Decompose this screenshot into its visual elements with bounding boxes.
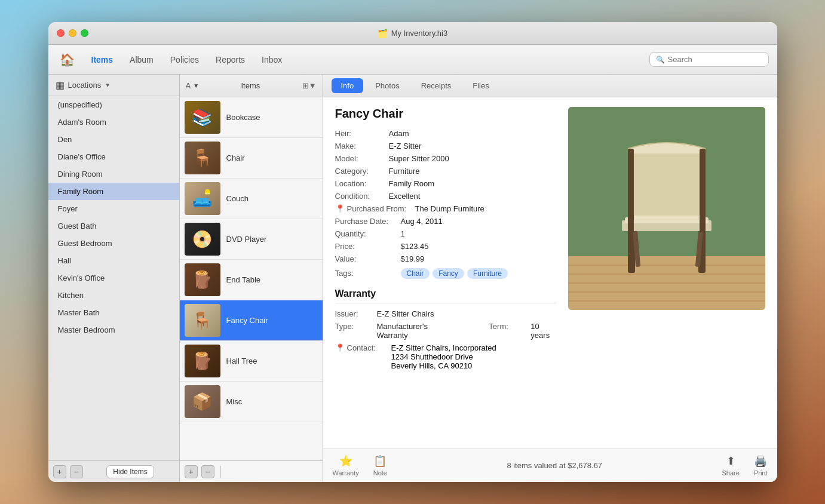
sidebar-item-guest-bedroom[interactable]: Guest Bedroom — [48, 235, 179, 252]
nav-inbox[interactable]: Inbox — [253, 53, 290, 67]
category-row: Category: Furniture — [335, 167, 556, 176]
share-action-button[interactable]: ⬆ Share — [722, 454, 740, 477]
sidebar-locations-header[interactable]: ▦ Locations ▼ — [48, 75, 179, 96]
window-icon: 🗂️ — [378, 29, 388, 38]
tab-receipts[interactable]: Receipts — [412, 78, 461, 93]
item-title: Fancy Chair — [335, 107, 556, 121]
nav-reports[interactable]: Reports — [207, 53, 253, 67]
heir-value: Adam — [389, 129, 409, 138]
print-action-button[interactable]: 🖨️ Print — [754, 454, 768, 477]
heir-label: Heir: — [335, 129, 389, 138]
hide-items-button[interactable]: Hide Items — [106, 465, 154, 478]
value-label: Value: — [335, 254, 401, 263]
item-thumb-halltree: 🪵 — [185, 345, 220, 377]
item-row-dvd[interactable]: 📀 DVD Player — [180, 219, 323, 260]
detail-panel: Info Photos Receipts Files Fancy Chair H… — [323, 75, 777, 482]
sidebar-item-dianes-office[interactable]: Diane's Office — [48, 148, 179, 165]
search-input[interactable] — [668, 55, 762, 64]
warranty-issuer-row: Issuer: E-Z Sitter Chairs — [335, 309, 556, 318]
sidebar-item-master-bath[interactable]: Master Bath — [48, 304, 179, 321]
item-row-halltree[interactable]: 🪵 Hall Tree — [180, 341, 323, 382]
item-row-fancychair[interactable]: 🪑 Fancy Chair — [180, 300, 323, 341]
item-row-chair[interactable]: 🪑 Chair — [180, 138, 323, 179]
sidebar-item-unspecified[interactable]: (unspecified) — [48, 96, 179, 113]
model-value: Super Sitter 2000 — [389, 154, 449, 163]
warranty-action-button[interactable]: ⭐ Warranty — [333, 454, 359, 477]
quantity-value: 1 — [401, 229, 405, 238]
make-label: Make: — [335, 142, 389, 150]
sidebar-item-dining-room[interactable]: Dining Room — [48, 165, 179, 183]
nav-items[interactable]: Items — [83, 53, 122, 67]
detail-footer-right-actions: ⬆ Share 🖨️ Print — [722, 454, 768, 477]
sidebar-item-den[interactable]: Den — [48, 131, 179, 148]
toolbar: 🏠 Items Album Policies Reports Inbox 🔍 — [48, 45, 777, 75]
share-action-label: Share — [722, 469, 740, 477]
item-row-misc[interactable]: 📦 Misc — [180, 382, 323, 422]
sidebar-item-guest-bath[interactable]: Guest Bath — [48, 217, 179, 235]
item-photo — [568, 107, 765, 310]
tab-info[interactable]: Info — [332, 78, 364, 93]
warranty-issuer-label: Issuer: — [335, 309, 377, 318]
purchase-date-value: Aug 4, 2011 — [401, 217, 443, 226]
main-content: ▦ Locations ▼ (unspecified) Adam's Room … — [48, 75, 777, 482]
location-row: Location: Family Room — [335, 179, 556, 188]
tab-photos[interactable]: Photos — [366, 78, 409, 93]
warranty-contact-line3: Beverly Hills, CA 90210 — [391, 361, 496, 370]
item-row-couch[interactable]: 🛋️ Couch — [180, 179, 323, 219]
sidebar-item-kitchen[interactable]: Kitchen — [48, 287, 179, 304]
items-add-button[interactable]: + — [185, 465, 198, 478]
close-button[interactable] — [57, 29, 65, 37]
make-row: Make: E-Z Sitter — [335, 142, 556, 150]
tags-container: Chair Fancy Furniture — [401, 268, 508, 279]
purchased-from-value: The Dump Furniture — [415, 204, 484, 213]
tags-row: Tags: Chair Fancy Furniture — [335, 267, 556, 279]
sidebar-item-foyer[interactable]: Foyer — [48, 200, 179, 217]
tag-fancy: Fancy — [433, 268, 464, 279]
item-thumb-misc: 📦 — [185, 385, 220, 418]
condition-row: Condition: Excellent — [335, 192, 556, 201]
warranty-pin-icon: 📍 — [335, 343, 345, 352]
svg-rect-11 — [633, 153, 701, 216]
tags-label: Tags: — [335, 269, 401, 278]
warranty-type-row: Type: Manufacturer's Warranty — [335, 322, 453, 340]
sort-button[interactable]: A ▼ — [186, 81, 200, 90]
purchased-from-row: 📍 Purchased From: The Dump Furniture — [335, 204, 556, 213]
items-footer: + − — [180, 460, 323, 482]
nav-album[interactable]: Album — [121, 53, 162, 67]
sidebar-remove-button[interactable]: − — [70, 465, 83, 478]
price-label: Price: — [335, 242, 401, 251]
item-name-couch: Couch — [226, 194, 249, 203]
item-thumb-chair: 🪑 — [185, 142, 220, 174]
minimize-button[interactable] — [69, 29, 76, 37]
item-name-halltree: Hall Tree — [226, 357, 257, 365]
warranty-contact-label: Contact: — [347, 343, 389, 352]
sidebar-item-adams-room[interactable]: Adam's Room — [48, 113, 179, 131]
item-row-endtable[interactable]: 🪵 End Table — [180, 260, 323, 300]
toolbar-nav: Items Album Policies Reports Inbox — [83, 53, 291, 67]
model-label: Model: — [335, 154, 389, 163]
location-label: Location: — [335, 179, 389, 188]
print-action-icon: 🖨️ — [754, 454, 767, 468]
warranty-section: Warranty Issuer: E-Z Sitter Chairs Type:… — [335, 288, 556, 370]
items-remove-button[interactable]: − — [201, 465, 214, 478]
sidebar-item-kevins-office[interactable]: Kevin's Office — [48, 269, 179, 287]
zoom-button[interactable] — [81, 29, 88, 37]
sidebar-add-button[interactable]: + — [53, 465, 66, 478]
quantity-row: Quantity: 1 — [335, 229, 556, 238]
item-row-bookcase[interactable]: 📚 Bookcase — [180, 97, 323, 138]
category-value: Furniture — [389, 167, 420, 176]
tab-files[interactable]: Files — [463, 78, 498, 93]
sidebar-item-master-bedroom[interactable]: Master Bedroom — [48, 321, 179, 339]
sidebar-footer: + − Hide Items — [48, 460, 179, 482]
value-row: Value: $19.99 — [335, 254, 556, 263]
note-action-label: Note — [373, 469, 387, 477]
home-button[interactable]: 🏠 — [57, 49, 78, 70]
nav-policies[interactable]: Policies — [162, 53, 207, 67]
main-window: 🗂️ My Inventory.hi3 🏠 Items Album Polici… — [48, 22, 777, 482]
item-thumb-endtable: 🪵 — [185, 263, 220, 296]
note-action-button[interactable]: 📋 Note — [373, 454, 387, 477]
sidebar-item-hall[interactable]: Hall — [48, 252, 179, 269]
price-value: $123.45 — [401, 242, 429, 251]
sidebar-item-family-room[interactable]: Family Room — [48, 183, 179, 200]
items-view-button[interactable]: ⊞▼ — [302, 81, 317, 90]
